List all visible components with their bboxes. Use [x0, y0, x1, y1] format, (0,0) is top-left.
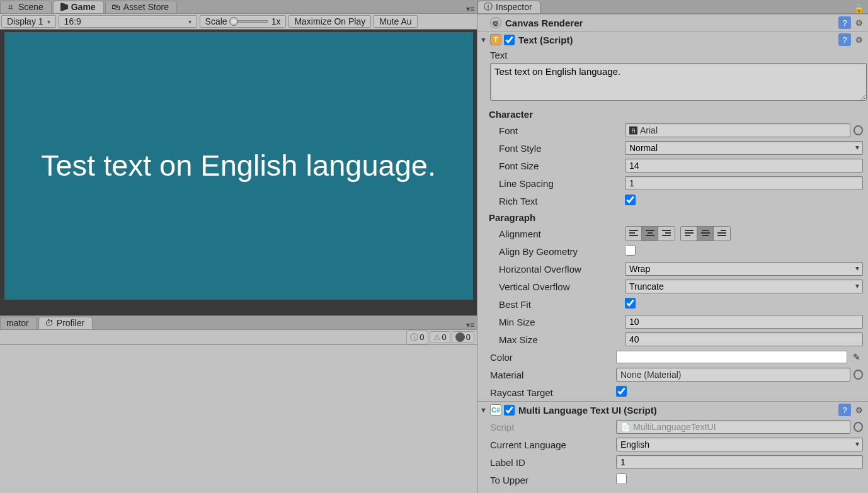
- object-picker-icon[interactable]: [854, 422, 863, 432]
- line-spacing-label: Line Spacing: [499, 178, 625, 189]
- align-right-button[interactable]: [658, 227, 675, 241]
- tab-animator[interactable]: mator: [0, 317, 37, 329]
- component-text-script-header[interactable]: ▼ T Text (Script) ? ⚙: [477, 31, 868, 48]
- component-canvas-renderer-header[interactable]: ◎ Canvas Renderer ? ⚙: [477, 14, 868, 31]
- horizontal-overflow-dropdown[interactable]: Wrap: [625, 262, 863, 276]
- font-object-field[interactable]: 🅰Arial: [625, 123, 850, 137]
- align-by-geometry-label: Align By Geometry: [499, 246, 625, 257]
- chevron-down-icon: ▼: [480, 406, 488, 414]
- tab-inspector[interactable]: ⓘInspector: [477, 1, 540, 13]
- object-picker-icon[interactable]: [854, 125, 863, 135]
- max-size-label: Max Size: [499, 334, 625, 345]
- console-error-counter[interactable]: 0: [452, 331, 474, 343]
- alignment-label: Alignment: [499, 229, 625, 239]
- component-title: Canvas Renderer: [505, 18, 583, 28]
- best-fit-label: Best Fit: [499, 299, 625, 310]
- rich-text-label: Rich Text: [499, 196, 625, 207]
- help-icon[interactable]: ?: [838, 404, 851, 416]
- align-left-button[interactable]: [625, 227, 642, 241]
- help-icon[interactable]: ?: [838, 33, 851, 46]
- component-enabled-checkbox[interactable]: [504, 35, 515, 45]
- to-upper-label: To Upper: [490, 475, 616, 485]
- inspector-lock-icon[interactable]: 🔒: [850, 3, 868, 13]
- font-style-label: Font Style: [499, 143, 625, 154]
- component-title: Multi Language Text UI (Script): [518, 405, 657, 416]
- scale-label: Scale: [205, 16, 227, 26]
- mute-audio-button[interactable]: Mute Au: [374, 15, 417, 28]
- raycast-target-label: Raycast Target: [490, 387, 616, 398]
- scale-value: 1x: [271, 16, 281, 26]
- tab-context-menu[interactable]: ▾≡: [464, 4, 477, 13]
- aspect-dropdown[interactable]: 16:9▾: [59, 15, 197, 28]
- console-counters-bar: ⓘ0 ⚠0 0: [0, 330, 477, 345]
- tab-game[interactable]: Game: [53, 1, 104, 13]
- scale-slider[interactable]: Scale 1x: [200, 15, 287, 28]
- align-bottom-button[interactable]: [714, 227, 730, 241]
- info-icon: ⓘ: [410, 332, 418, 343]
- eyedropper-icon[interactable]: ✎: [850, 351, 863, 363]
- script-object-field: 📄MultiLanguageTextUI: [616, 420, 850, 434]
- display-dropdown[interactable]: Display 1▾: [1, 15, 56, 28]
- help-icon[interactable]: ?: [838, 16, 851, 29]
- horizontal-overflow-label: Horizontal Overflow: [499, 264, 625, 275]
- best-fit-checkbox[interactable]: [625, 298, 636, 309]
- line-spacing-input[interactable]: [625, 176, 863, 190]
- component-mlang-header[interactable]: ▼ C# Multi Language Text UI (Script) ? ⚙: [477, 402, 868, 418]
- game-canvas-text: Test text on English language.: [41, 144, 436, 188]
- console-body: [0, 345, 477, 493]
- align-top-button[interactable]: [681, 227, 697, 241]
- chevron-down-icon: ▼: [480, 36, 488, 43]
- asset-store-icon: 🛍: [111, 3, 120, 11]
- console-warn-counter[interactable]: ⚠0: [430, 331, 450, 343]
- max-size-input[interactable]: [625, 332, 863, 346]
- align-middle-button[interactable]: [697, 227, 714, 241]
- object-picker-icon[interactable]: [854, 370, 863, 380]
- font-size-label: Font Size: [499, 161, 625, 171]
- script-asset-icon: 📄: [620, 422, 631, 432]
- scene-icon: ⌗: [6, 3, 15, 11]
- label-id-input[interactable]: [616, 455, 863, 469]
- scale-thumb[interactable]: [229, 17, 238, 26]
- gear-icon[interactable]: ⚙: [853, 404, 865, 416]
- to-upper-checkbox[interactable]: [616, 473, 627, 484]
- scale-track[interactable]: [231, 20, 268, 23]
- color-swatch[interactable]: [616, 351, 847, 363]
- font-label: Font: [499, 125, 625, 136]
- view-tabs: ⌗Scene Game 🛍Asset Store ▾≡: [0, 0, 477, 14]
- color-label: Color: [490, 352, 616, 363]
- gear-icon[interactable]: ⚙: [853, 33, 865, 46]
- raycast-target-checkbox[interactable]: [616, 386, 627, 397]
- current-language-dropdown[interactable]: English: [616, 438, 863, 451]
- min-size-input[interactable]: [625, 315, 863, 329]
- character-section-label: Character: [477, 106, 868, 122]
- font-size-input[interactable]: [625, 159, 863, 173]
- align-by-geometry-checkbox[interactable]: [625, 245, 636, 256]
- profiler-icon: ⏱: [45, 319, 54, 327]
- canvas-renderer-icon: ◎: [490, 17, 501, 28]
- rich-text-checkbox[interactable]: [625, 195, 636, 205]
- game-viewport: Test text on English language.: [0, 30, 477, 315]
- current-language-label: Current Language: [490, 439, 616, 450]
- lower-tabs: mator ⏱Profiler ▾≡: [0, 316, 477, 330]
- error-icon: [455, 332, 465, 342]
- game-icon: [59, 3, 68, 11]
- tab-asset-store[interactable]: 🛍Asset Store: [105, 1, 177, 13]
- maximize-on-play-button[interactable]: Maximize On Play: [288, 15, 371, 28]
- component-enabled-checkbox[interactable]: [504, 405, 515, 416]
- tab-scene[interactable]: ⌗Scene: [0, 1, 52, 13]
- text-component-icon: T: [490, 34, 501, 45]
- tab-profiler[interactable]: ⏱Profiler: [38, 317, 93, 329]
- paragraph-section-label: Paragraph: [477, 210, 868, 225]
- text-content-textarea[interactable]: [490, 63, 867, 101]
- lower-tab-context-menu[interactable]: ▾≡: [464, 320, 477, 329]
- warning-icon: ⚠: [433, 332, 441, 342]
- text-label: Text: [490, 50, 616, 60]
- inspector-icon: ⓘ: [484, 3, 493, 11]
- material-object-field[interactable]: None (Material): [616, 368, 850, 382]
- console-info-counter[interactable]: ⓘ0: [406, 331, 428, 344]
- vertical-overflow-dropdown[interactable]: Truncate: [625, 280, 863, 293]
- gear-icon[interactable]: ⚙: [853, 16, 865, 29]
- align-center-button[interactable]: [642, 227, 658, 241]
- label-id-label: Label ID: [490, 457, 616, 468]
- font-style-dropdown[interactable]: Normal: [625, 141, 863, 155]
